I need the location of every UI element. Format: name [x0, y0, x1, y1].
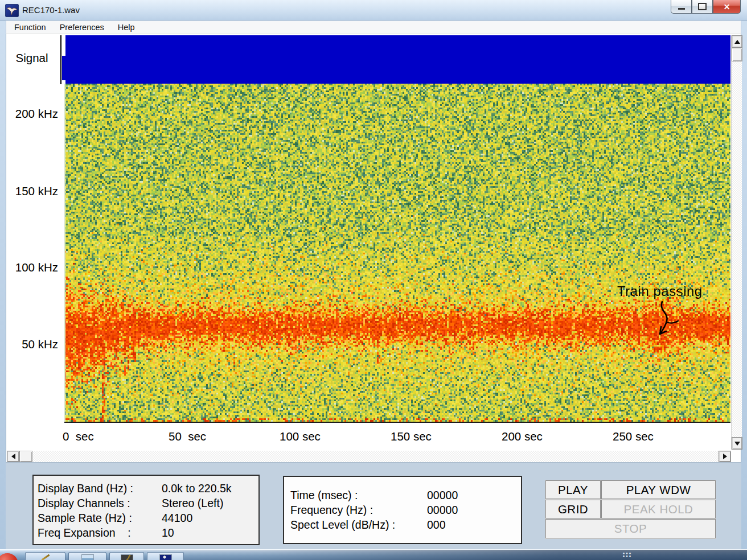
- menu-help[interactable]: Help: [112, 22, 141, 33]
- display-settings-panel: Display Band (Hz) : 0.0k to 220.5k Displ…: [32, 475, 260, 545]
- arrow-left-icon: [11, 454, 15, 459]
- freq-expansion-label: Freq Expansion :: [38, 525, 131, 540]
- scroll-down-button[interactable]: [732, 437, 742, 450]
- signal-envelope[interactable]: [65, 35, 730, 84]
- grid-button[interactable]: GRID: [545, 500, 601, 518]
- minimize-button[interactable]: [671, 0, 692, 14]
- scroll-right-button[interactable]: [719, 451, 731, 462]
- record-orb-icon[interactable]: [0, 553, 18, 560]
- freq-expansion-row: Freq Expansion : 10: [38, 525, 258, 540]
- display-band-value: 0.0k to 220.5k: [162, 481, 232, 496]
- freq-expansion-value: 10: [162, 525, 174, 540]
- close-icon: ✕: [724, 2, 730, 11]
- minimize-icon: [678, 8, 685, 10]
- play-wdw-button[interactable]: PLAY WDW: [601, 480, 716, 499]
- scroll-left-button[interactable]: [7, 451, 19, 462]
- frequency-readout-value: 00000: [427, 503, 458, 517]
- arrow-up-icon: [734, 40, 740, 44]
- display-channels-label: Display Channels :: [38, 496, 130, 510]
- time-label-200: 200 sec: [502, 430, 543, 443]
- menu-function[interactable]: Function: [9, 22, 52, 33]
- display-band-row: Display Band (Hz) : 0.0k to 220.5k: [38, 481, 258, 496]
- time-label-150: 150 sec: [391, 430, 432, 443]
- peak-hold-button[interactable]: PEAK HOLD: [601, 500, 716, 518]
- time-label-50: 50 sec: [169, 430, 206, 443]
- vertical-scrollbar[interactable]: [731, 35, 742, 450]
- time-label-0: 0 sec: [63, 430, 94, 443]
- chart-icon: [121, 554, 133, 560]
- taskbar-grip-dots[interactable]: ••••••: [620, 552, 635, 560]
- freq-label-100khz: 100 kHz: [6, 261, 58, 274]
- freq-label-200khz: 200 kHz: [6, 107, 58, 121]
- taskbar-item-image-viewer[interactable]: [68, 552, 106, 560]
- batsound-mini-icon: [159, 554, 172, 560]
- horizontal-scrollbar[interactable]: [7, 451, 731, 462]
- app-icon: [5, 4, 19, 17]
- time-readout-row: Time (msec) : 00000: [290, 488, 521, 503]
- status-area: Display Band (Hz) : 0.0k to 220.5k Displ…: [6, 462, 741, 549]
- time-label-250: 250 sec: [613, 430, 654, 443]
- freq-label-50khz: 50 kHz: [6, 337, 58, 351]
- pencil-icon: [41, 554, 50, 560]
- vertical-scroll-thumb[interactable]: [732, 48, 742, 61]
- freq-label-150khz: 150 kHz: [6, 184, 58, 198]
- signal-lane-label: Signal: [6, 51, 58, 65]
- taskbar: ••••••: [0, 549, 747, 560]
- taskbar-item-notes[interactable]: [25, 552, 65, 560]
- horizontal-scroll-thumb[interactable]: [19, 451, 32, 462]
- scroll-up-button[interactable]: [732, 35, 742, 48]
- display-channels-row: Display Channels : Stereo (Left): [38, 496, 258, 510]
- train-passing-annotation: Train passing: [617, 283, 703, 299]
- spect-level-readout-row: Spect Level (dB/Hz) : 000: [290, 517, 521, 532]
- maximize-button[interactable]: [692, 0, 713, 14]
- sample-rate-label: Sample Rate (Hz) :: [38, 510, 132, 525]
- close-button[interactable]: ✕: [713, 0, 741, 14]
- frequency-readout-row: Frequency (Hz) : 00000: [290, 503, 521, 517]
- frequency-readout-label: Frequency (Hz) :: [290, 503, 373, 517]
- stop-button[interactable]: STOP: [545, 519, 716, 538]
- arrow-right-icon: [723, 454, 727, 459]
- time-readout-value: 00000: [427, 488, 458, 503]
- sample-rate-value: 44100: [162, 510, 192, 525]
- signal-axis-line: [60, 35, 61, 84]
- display-band-label: Display Band (Hz) :: [38, 481, 133, 496]
- spectrogram-panel: [64, 84, 730, 423]
- display-channels-value: Stereo (Left): [162, 496, 223, 510]
- time-label-100: 100 sec: [280, 430, 321, 443]
- maximize-icon: [698, 3, 707, 10]
- arrow-down-icon: [734, 442, 740, 446]
- spectrogram-canvas[interactable]: [64, 84, 730, 422]
- play-button[interactable]: PLAY: [545, 480, 601, 499]
- window-title: REC170-1.wav: [22, 5, 80, 15]
- app-window: REC170-1.wav ✕ Function Preferences Help…: [0, 0, 747, 551]
- sample-rate-row: Sample Rate (Hz) : 44100: [38, 510, 258, 525]
- spect-level-readout-value: 000: [427, 517, 446, 532]
- menu-preferences[interactable]: Preferences: [54, 22, 110, 33]
- picture-icon: [81, 554, 94, 560]
- taskbar-item-dark-app[interactable]: [109, 552, 144, 560]
- menu-bar: Function Preferences Help: [6, 20, 741, 34]
- title-bar[interactable]: REC170-1.wav ✕: [0, 0, 747, 21]
- spect-level-readout-label: Spect Level (dB/Hz) :: [290, 517, 395, 532]
- taskbar-item-batsound[interactable]: [147, 552, 184, 560]
- cursor-readout-panel: Time (msec) : 00000 Frequency (Hz) : 000…: [283, 476, 522, 544]
- signal-envelope-notch: [62, 56, 65, 80]
- time-readout-label: Time (msec) :: [290, 488, 358, 503]
